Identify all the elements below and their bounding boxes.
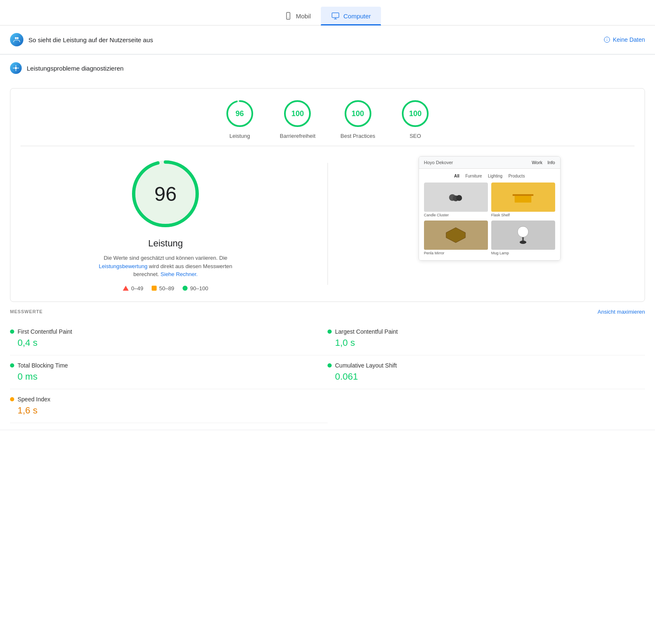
preview-card-label-3: Mug Lamp <box>491 251 555 255</box>
info-icon <box>604 36 610 43</box>
large-score-circle: 96 <box>128 156 203 231</box>
preview-nav-work: Work <box>532 160 542 165</box>
vertical-divider <box>328 163 328 285</box>
score-leistung[interactable]: 96 Leistung <box>225 99 255 139</box>
metric-lcp-value: 1,0 s <box>335 337 645 348</box>
score-value-seo: 100 <box>409 109 421 118</box>
preview-tab-furniture: Furniture <box>465 174 482 178</box>
description-part1: Die Werte sind geschätzt und können vari… <box>104 255 227 261</box>
metric-tbt: Total Blocking Time 0 ms <box>10 355 328 389</box>
tab-bar: Mobil Computer <box>0 0 655 25</box>
preview-tab-lighting: Lighting <box>488 174 503 178</box>
preview-site-name: Hoyo Dekover <box>424 160 453 165</box>
dot-icon <box>183 286 188 291</box>
metric-lcp: Largest Contentful Paint 1,0 s <box>328 322 645 355</box>
metric-fcp: First Contentful Paint 0,4 s <box>10 322 328 355</box>
section1-header: So sieht die Leistung auf der Nutzerseit… <box>0 25 655 54</box>
rechner-link[interactable]: Siehe Rechner. <box>160 271 198 277</box>
metric-cls-dot <box>328 363 332 368</box>
section2-header: Leistungsprobleme diagnostizieren <box>0 55 655 81</box>
metric-lcp-name-row: Largest Contentful Paint <box>328 328 645 335</box>
left-panel: 96 Leistung Die Werte sind geschätzt und… <box>20 156 311 292</box>
metric-tbt-value: 0 ms <box>18 371 328 382</box>
svg-point-6 <box>17 37 19 39</box>
preview-grid: Candle Cluster Flask Shelf <box>424 183 555 255</box>
score-label-leistung: Leistung <box>229 133 250 139</box>
legend: 0–49 50–89 90–100 <box>123 285 208 292</box>
tab-mobil[interactable]: Mobil <box>274 7 321 25</box>
score-value-barrierefreiheit: 100 <box>291 109 304 118</box>
legend-red: 0–49 <box>123 285 143 292</box>
preview-body: All Furniture Lighting Products <box>419 169 560 260</box>
svg-point-24 <box>456 195 462 201</box>
metrics-header: MESSWERTE Ansicht maximieren <box>10 309 645 315</box>
keine-daten-button[interactable]: Keine Daten <box>604 36 645 43</box>
section1-title: So sieht die Leistung auf der Nutzerseit… <box>28 36 153 43</box>
score-value-leistung: 96 <box>236 109 244 118</box>
svg-point-10 <box>15 67 17 69</box>
tab-computer-label: Computer <box>343 13 371 20</box>
preview-card-1: Flask Shelf <box>491 183 555 217</box>
svg-point-5 <box>15 37 17 39</box>
preview-card-0: Candle Cluster <box>424 183 488 217</box>
score-circle-leistung: 96 <box>225 99 255 129</box>
maximize-button[interactable]: Ansicht maximieren <box>598 309 645 315</box>
legend-range-orange: 50–89 <box>159 285 174 292</box>
keine-daten-label: Keine Daten <box>613 36 645 43</box>
score-best-practices[interactable]: 100 Best Practices <box>340 99 375 139</box>
svg-point-28 <box>518 226 528 237</box>
score-label-best-practices: Best Practices <box>340 133 375 139</box>
metric-si: Speed Index 1,6 s <box>10 389 328 423</box>
shelf-svg <box>513 190 533 205</box>
preview-tab-all: All <box>454 174 460 178</box>
metric-tbt-name-row: Total Blocking Time <box>10 362 328 369</box>
preview-card-img-2 <box>424 221 488 250</box>
svg-rect-26 <box>513 194 533 196</box>
score-label-barrierefreiheit: Barrierefreiheit <box>280 133 315 139</box>
metrics-section: MESSWERTE Ansicht maximieren First Conte… <box>0 309 655 423</box>
section1-left: So sieht die Leistung auf der Nutzerseit… <box>10 33 153 46</box>
section2-left: Leistungsprobleme diagnostizieren <box>10 62 124 74</box>
score-circle-barrierefreiheit: 100 <box>282 99 312 129</box>
metric-tbt-dot <box>10 363 14 368</box>
legend-green: 90–100 <box>183 285 208 292</box>
metric-tbt-name: Total Blocking Time <box>18 362 68 369</box>
main-content: 96 Leistung Die Werte sind geschätzt und… <box>10 146 645 298</box>
preview-nav-info: Info <box>547 160 555 165</box>
preview-card-label-2: Penla Mirror <box>424 251 488 255</box>
section2-icon <box>10 62 22 74</box>
metric-fcp-name: First Contentful Paint <box>18 328 72 335</box>
metric-fcp-dot <box>10 330 14 334</box>
mirror-svg <box>445 227 466 243</box>
score-value-best-practices: 100 <box>352 109 364 118</box>
section1-icon <box>10 33 23 46</box>
metric-si-dot <box>10 397 14 401</box>
metric-si-name: Speed Index <box>18 396 51 403</box>
right-panel: Hoyo Dekover Work Info All Furniture Lig… <box>345 156 635 261</box>
tab-mobil-label: Mobil <box>296 13 311 20</box>
metric-si-value: 1,6 s <box>18 405 328 416</box>
preview-tab-products: Products <box>508 174 525 178</box>
preview-tabs: All Furniture Lighting Products <box>424 174 555 178</box>
mobile-icon <box>284 12 292 20</box>
preview-card-label-0: Candle Cluster <box>424 213 488 217</box>
people-icon <box>13 36 20 43</box>
metrics-grid: First Contentful Paint 0,4 s Largest Con… <box>10 322 645 423</box>
preview-card-label-1: Flask Shelf <box>491 213 555 217</box>
tab-computer[interactable]: Computer <box>321 7 381 25</box>
svg-rect-25 <box>515 195 531 203</box>
metric-cls-value: 0.061 <box>335 371 645 382</box>
leistungsbewertung-link[interactable]: Leistungsbewertung <box>99 263 147 269</box>
score-seo[interactable]: 100 SEO <box>400 99 430 139</box>
preview-card-img-1 <box>491 183 555 212</box>
score-barrierefreiheit[interactable]: 100 Barrierefreiheit <box>280 99 315 139</box>
diagnostics-icon <box>13 65 19 71</box>
section2-title: Leistungsprobleme diagnostizieren <box>27 65 124 72</box>
lamp-svg <box>515 226 531 245</box>
legend-range-green: 90–100 <box>190 285 208 292</box>
metric-cls-name-row: Cumulative Layout Shift <box>328 362 645 369</box>
metric-lcp-dot <box>328 330 332 334</box>
metric-fcp-name-row: First Contentful Paint <box>10 328 328 335</box>
metric-fcp-value: 0,4 s <box>18 337 328 348</box>
metric-lcp-name: Largest Contentful Paint <box>335 328 398 335</box>
